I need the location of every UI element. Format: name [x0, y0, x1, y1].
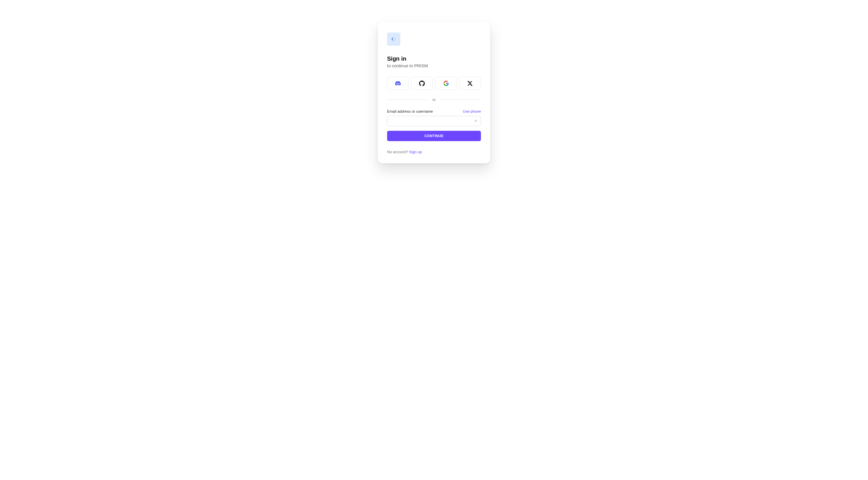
- email-input-wrapper: [387, 116, 481, 126]
- social-login-row: [387, 77, 481, 90]
- google-icon: [443, 80, 449, 86]
- use-phone-link[interactable]: Use phone: [463, 109, 481, 113]
- signin-card: Sign in to continue to PRISM: [378, 22, 490, 163]
- divider-line-left: [387, 99, 428, 100]
- input-label-row: Email address or username Use phone: [387, 109, 481, 113]
- x-login-button[interactable]: [459, 77, 481, 90]
- divider: or: [387, 97, 481, 102]
- prism-logo-icon: [390, 36, 397, 42]
- signup-link[interactable]: Sign up: [409, 150, 422, 154]
- continue-button[interactable]: CONTINUE: [387, 131, 481, 141]
- divider-text: or: [432, 97, 436, 102]
- page-title: Sign in: [387, 56, 481, 62]
- signup-prompt: No account? Sign up: [387, 150, 481, 154]
- email-input[interactable]: [387, 116, 481, 126]
- google-login-button[interactable]: [435, 77, 457, 90]
- discord-login-button[interactable]: [387, 77, 409, 90]
- discord-icon: [395, 80, 401, 86]
- autofill-icon: [474, 118, 478, 124]
- app-logo: [387, 32, 400, 46]
- no-account-text: No account?: [387, 150, 409, 154]
- github-icon: [419, 80, 425, 86]
- github-login-button[interactable]: [411, 77, 433, 90]
- email-label: Email address or username: [387, 109, 433, 113]
- divider-line-right: [440, 99, 481, 100]
- page-subtitle: to continue to PRISM: [387, 63, 481, 68]
- x-icon: [467, 80, 473, 86]
